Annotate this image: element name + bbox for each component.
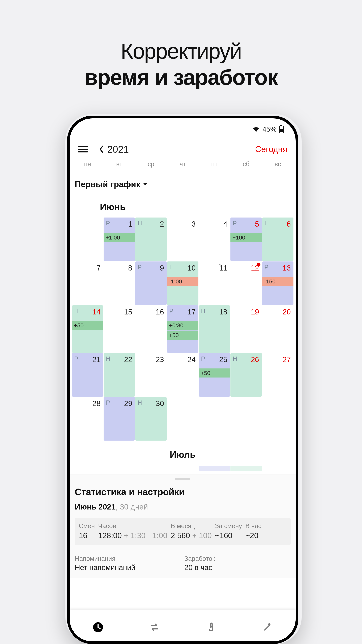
day-number: 5 [255,220,259,228]
dow: чт [167,160,198,168]
earnings-block[interactable]: Заработок 20 в час [184,555,291,572]
battery-icon [279,125,284,133]
calendar-day-cell[interactable]: 22H [104,353,135,397]
shift-tag: H [201,308,205,315]
month-title: Июнь [70,190,296,217]
wifi-icon [252,125,260,133]
shift-tag: P [233,220,237,227]
calendar-day-cell[interactable]: 25P+50 [199,353,230,397]
calendar-day-cell[interactable]: 4 [199,218,230,261]
svg-rect-1 [280,125,282,126]
chevron-left-icon [99,146,104,153]
menu-icon[interactable] [78,144,90,154]
schedule-selector[interactable]: Первый график [70,172,296,190]
next-month-title: Июль [70,441,296,465]
calendar-day-cell[interactable]: 13P-150 [262,262,294,305]
day-number: 6 [287,220,291,228]
today-button[interactable]: Сегодня [255,144,287,154]
day-number: 4 [223,220,227,228]
promo-line2: время и заработок [0,65,362,90]
day-number: 20 [283,308,291,316]
day-number: 16 [156,308,164,316]
stats-row[interactable]: Смен 16 Часов 128:00 + 1:30 - 1:00 В мес… [75,518,291,545]
day-number: 7 [96,264,100,272]
tab-magic[interactable] [261,621,274,634]
calendar-day-cell[interactable]: 29P [104,397,135,440]
day-number: 24 [188,355,196,364]
status-bar: 45% [70,118,296,137]
calendar-day-cell[interactable]: 5P+100 [230,218,262,261]
shift-tag: H [74,308,79,315]
shift-tag: H [138,399,142,406]
day-superscript: -1 [218,263,221,268]
tab-clock[interactable] [91,621,105,634]
adjustment-chip: +50 [72,321,103,330]
shift-tag: H [233,355,237,362]
promo-line1: Корректируй [0,38,362,64]
dow: вс [262,160,294,168]
calendar-day-cell[interactable]: 15 [104,306,135,353]
dow: ср [135,160,167,168]
calendar-day-cell[interactable]: 17P+0:30+50 [167,306,198,353]
calendar-day-cell[interactable]: 20 [262,306,294,353]
calendar-day-cell[interactable]: 24 [167,353,198,397]
dow: вт [103,160,135,168]
phone-frame: 45% 2021 Сегодня пн вт ср чт пт сб вс Пе… [67,116,298,644]
shift-tag: P [265,264,269,271]
day-number: 21 [92,355,100,364]
shift-tag: H [106,355,110,362]
calendar-day-cell[interactable]: 23 [135,353,167,397]
shift-tag: H [169,264,174,271]
adjustment-chip: +0:30 [167,321,198,330]
day-number: 26 [251,355,259,364]
calendar-day-cell [262,397,294,440]
calendar-day-cell[interactable]: 9P [135,262,167,305]
stat-per-shift: За смену ~160 [215,522,242,540]
shift-tag: P [106,399,110,406]
calendar-day-cell[interactable]: 30H [135,397,167,440]
calendar-day-cell[interactable]: 1P+1:00 [104,218,135,261]
dow: пт [199,160,230,168]
calendar-day-cell[interactable]: 6H [262,218,294,261]
tab-touch[interactable] [204,621,218,634]
calendar-day-cell[interactable]: 19 [230,306,262,353]
calendar-day-cell[interactable]: 28 [72,397,103,440]
calendar-day-cell[interactable]: 8 [104,262,135,305]
day-number: 29 [124,399,132,408]
stat-hours: Часов 128:00 + 1:30 - 1:00 [98,522,167,540]
calendar-day-cell[interactable]: 18H [199,306,230,353]
calendar-day-cell[interactable]: 16 [135,306,167,353]
day-number: 27 [283,355,291,364]
calendar-day-cell[interactable]: 21P [72,353,103,397]
calendar-day-cell[interactable]: 14H+50 [72,306,103,353]
day-number: 2 [160,220,164,228]
stat-per-hour: В час ~20 [245,522,261,540]
dow: пн [72,160,103,168]
shift-tag: H [138,220,142,227]
calendar-day-cell[interactable]: 7 [72,262,103,305]
calendar-day-cell[interactable]: 10H-1:00 [167,262,198,305]
day-number: 9 [160,264,164,272]
calendar-day-cell[interactable]: 26H [230,353,262,397]
year-back-button[interactable]: 2021 [99,144,129,155]
bottom-tab-bar [70,613,296,641]
day-number: 28 [92,399,100,408]
stats-sheet[interactable]: Статистика и настройки Июнь 2021, 30 дне… [70,474,296,578]
shift-tag: H [265,220,269,227]
day-number: 1 [128,220,132,228]
svg-rect-2 [280,129,283,132]
calendar-day-cell[interactable]: 27 [262,353,294,397]
wand-icon [262,622,273,633]
drag-handle-icon[interactable] [175,478,190,480]
calendar-day-cell[interactable]: 11-1 [199,262,230,305]
shift-tag: P [169,308,173,315]
calendar-day-cell[interactable]: 3 [167,218,198,261]
tab-repeat[interactable] [148,621,161,634]
schedule-selector-label: Первый график [75,180,140,189]
calendar-day-cell[interactable]: 2H [135,218,167,261]
reminders-block[interactable]: Напоминания Нет напоминаний [75,555,181,572]
calendar-day-cell[interactable]: 12 [230,262,262,305]
day-number: 8 [128,264,132,272]
day-number: 13 [283,264,291,272]
shift-tag: P [201,355,205,362]
